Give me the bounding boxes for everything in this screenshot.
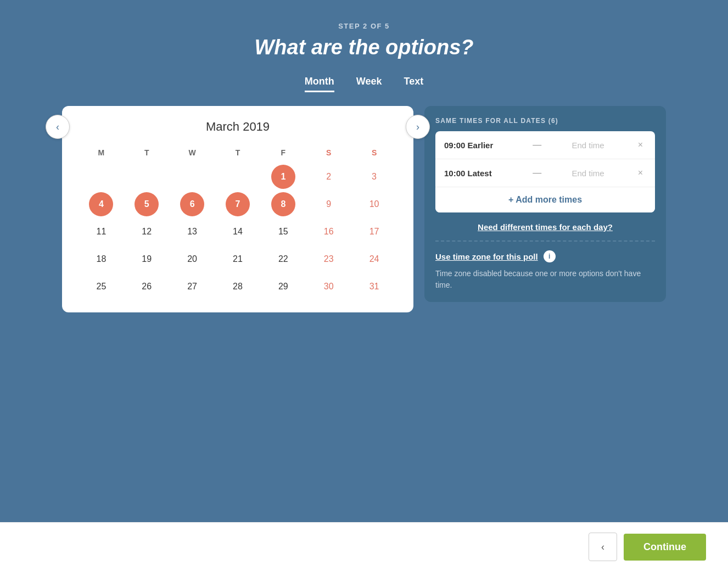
- day-21[interactable]: 21: [226, 247, 250, 271]
- right-panel: SAME TIMES FOR ALL DATES (6) 09:00 Earli…: [424, 106, 666, 302]
- day-4[interactable]: 4: [89, 192, 113, 216]
- info-icon[interactable]: i: [544, 250, 556, 262]
- timezone-note: Time zone disabled because one or more o…: [435, 268, 655, 291]
- day-29[interactable]: 29: [271, 275, 295, 299]
- day-header-T: T: [124, 145, 170, 160]
- day-3[interactable]: 3: [362, 165, 387, 189]
- next-month-button[interactable]: ›: [406, 115, 430, 139]
- day-27[interactable]: 27: [180, 275, 204, 299]
- day-23[interactable]: 23: [317, 247, 341, 271]
- close-time-2[interactable]: ×: [635, 167, 646, 179]
- day-header-S: S: [351, 145, 397, 160]
- day-11[interactable]: 11: [89, 220, 113, 244]
- calendar-header: ‹ March 2019 ›: [79, 120, 397, 134]
- footer: ‹ Continue: [0, 522, 728, 571]
- day-5[interactable]: 5: [135, 192, 159, 216]
- divider: [435, 240, 655, 242]
- time-label-2: 10:00 Latest: [444, 169, 528, 178]
- day-8[interactable]: 8: [271, 192, 295, 216]
- day-empty: [135, 165, 159, 189]
- timezone-link[interactable]: Use time zone for this poll: [435, 252, 538, 261]
- day-15[interactable]: 15: [271, 220, 295, 244]
- day-25[interactable]: 25: [89, 275, 113, 299]
- day-13[interactable]: 13: [180, 220, 204, 244]
- end-time-1[interactable]: End time: [546, 141, 630, 150]
- time-row-1: 09:00 Earlier — End time ×: [435, 131, 655, 159]
- day-6[interactable]: 6: [180, 192, 204, 216]
- days-grid: 1234567891011121314151617181920212223242…: [79, 165, 397, 299]
- time-dash-1: —: [533, 140, 541, 150]
- day-header-S: S: [306, 145, 351, 160]
- calendar-title: March 2019: [206, 120, 270, 134]
- panels-row: ‹ March 2019 › MTWTFSS 12345678910111213…: [62, 106, 666, 312]
- day-19[interactable]: 19: [135, 247, 159, 271]
- day-header-M: M: [79, 145, 124, 160]
- day-14[interactable]: 14: [226, 220, 250, 244]
- tabs-row: Month Week Text: [305, 76, 423, 92]
- day-10[interactable]: 10: [362, 192, 387, 216]
- day-7[interactable]: 7: [226, 192, 250, 216]
- day-2[interactable]: 2: [317, 165, 341, 189]
- calendar-panel: ‹ March 2019 › MTWTFSS 12345678910111213…: [62, 106, 413, 312]
- day-empty: [180, 165, 204, 189]
- end-time-2[interactable]: End time: [546, 169, 630, 178]
- day-header-F: F: [260, 145, 306, 160]
- day-16[interactable]: 16: [317, 220, 341, 244]
- day-31[interactable]: 31: [362, 275, 387, 299]
- day-22[interactable]: 22: [271, 247, 295, 271]
- tab-text[interactable]: Text: [404, 76, 424, 92]
- calendar-grid: MTWTFSS 12345678910111213141516171819202…: [79, 145, 397, 299]
- day-9[interactable]: 9: [317, 192, 341, 216]
- time-dash-2: —: [533, 168, 541, 178]
- day-12[interactable]: 12: [135, 220, 159, 244]
- day-20[interactable]: 20: [180, 247, 204, 271]
- day-1[interactable]: 1: [271, 165, 295, 189]
- times-header: SAME TIMES FOR ALL DATES (6): [435, 117, 655, 125]
- day-26[interactable]: 26: [135, 275, 159, 299]
- prev-month-button[interactable]: ‹: [46, 115, 70, 139]
- timezone-row: Use time zone for this poll i: [435, 250, 655, 262]
- step-label: STEP 2 OF 5: [338, 22, 390, 30]
- page-title: What are the options?: [255, 36, 474, 59]
- times-box: 09:00 Earlier — End time × 10:00 Latest …: [435, 131, 655, 212]
- time-row-2: 10:00 Latest — End time ×: [435, 159, 655, 187]
- close-time-1[interactable]: ×: [635, 139, 646, 151]
- day-17[interactable]: 17: [362, 220, 387, 244]
- day-headers: MTWTFSS: [79, 145, 397, 160]
- day-header-W: W: [170, 145, 215, 160]
- day-header-T: T: [215, 145, 261, 160]
- day-empty: [226, 165, 250, 189]
- back-button[interactable]: ‹: [589, 533, 617, 561]
- day-30[interactable]: 30: [317, 275, 341, 299]
- day-24[interactable]: 24: [362, 247, 387, 271]
- day-18[interactable]: 18: [89, 247, 113, 271]
- different-times-link[interactable]: Need different times for each day?: [435, 222, 655, 232]
- day-empty: [89, 165, 113, 189]
- tab-week[interactable]: Week: [356, 76, 382, 92]
- time-label-1: 09:00 Earlier: [444, 141, 528, 150]
- day-28[interactable]: 28: [226, 275, 250, 299]
- add-times-button[interactable]: + Add more times: [435, 187, 655, 212]
- continue-button[interactable]: Continue: [624, 534, 706, 561]
- tab-month[interactable]: Month: [305, 76, 334, 92]
